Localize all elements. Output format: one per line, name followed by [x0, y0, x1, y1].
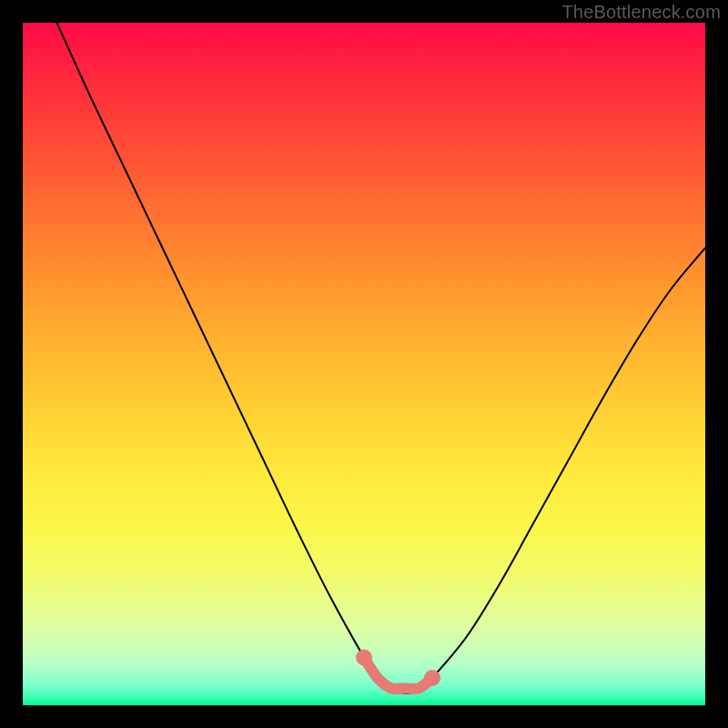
watermark-text: TheBottleneck.com	[561, 2, 721, 23]
chart-svg	[23, 23, 705, 705]
bottleneck-curve-path	[57, 23, 706, 693]
optimal-zone-path	[364, 658, 432, 690]
chart-frame: TheBottleneck.com	[0, 0, 728, 728]
optimal-zone-start-dot	[356, 650, 372, 666]
chart-plot-area	[23, 23, 705, 705]
optimal-zone-end-dot	[424, 670, 440, 686]
